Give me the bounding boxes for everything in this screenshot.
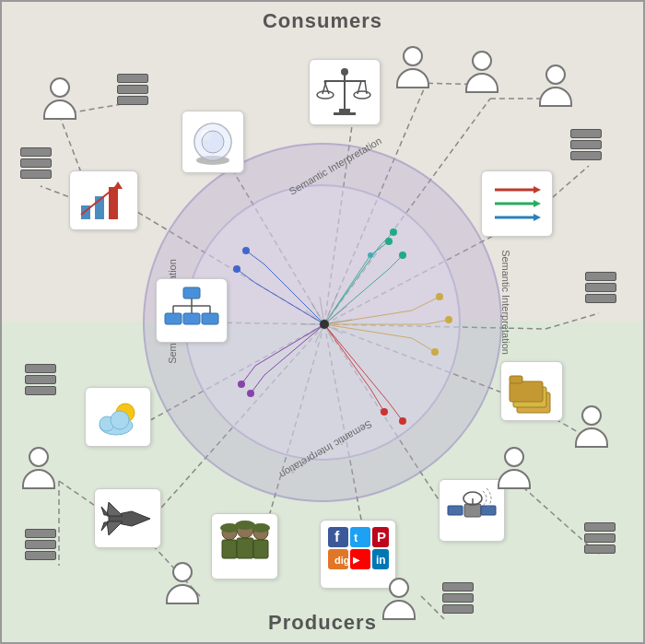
svg-marker-107 — [534, 214, 541, 221]
server-bottom-right — [584, 522, 616, 556]
svg-rect-147 — [464, 504, 481, 517]
svg-rect-131 — [253, 540, 268, 558]
svg-line-51 — [370, 389, 384, 412]
person-right — [575, 405, 608, 448]
svg-point-98 — [354, 91, 370, 99]
svg-rect-155 — [510, 376, 522, 383]
svg-point-39 — [368, 252, 373, 258]
svg-rect-154 — [510, 381, 543, 402]
svg-text:in: in — [376, 554, 386, 567]
person-bottom-1 — [166, 562, 199, 604]
weather-icon-box — [85, 387, 151, 447]
svg-text:P: P — [377, 529, 386, 544]
svg-point-53 — [381, 408, 388, 416]
producers-label: Producers — [268, 611, 377, 635]
svg-point-60 — [233, 265, 240, 273]
svg-line-25 — [421, 596, 444, 619]
svg-text:t: t — [354, 531, 358, 544]
svg-point-99 — [341, 68, 348, 76]
satellite-icon-box — [439, 479, 505, 542]
person-top-3 — [539, 64, 572, 107]
svg-rect-148 — [448, 506, 463, 515]
server-right-2 — [585, 272, 616, 305]
svg-rect-127 — [222, 540, 237, 558]
svg-text:▶: ▶ — [353, 555, 360, 565]
server-left-1 — [20, 147, 52, 181]
person-bottom-left — [22, 447, 55, 489]
svg-line-62 — [255, 324, 324, 366]
svg-line-28 — [545, 313, 599, 329]
svg-line-43 — [412, 297, 440, 310]
svg-line-61 — [264, 324, 324, 375]
server-right-1 — [570, 129, 602, 162]
svg-point-54 — [399, 417, 406, 425]
svg-point-95 — [317, 91, 334, 99]
main-diagram: .dash-line { stroke: #888; stroke-width:… — [0, 0, 645, 644]
svg-point-47 — [445, 316, 452, 323]
svg-rect-116 — [202, 313, 218, 324]
semantic-label-right: Semantic Interpretation — [500, 250, 511, 355]
hierarchy-icon-box — [156, 278, 228, 343]
svg-rect-129 — [237, 538, 253, 558]
svg-point-46 — [436, 293, 443, 300]
server-top-1 — [117, 74, 148, 107]
svg-rect-108 — [183, 287, 200, 299]
person-bottom-2 — [382, 578, 416, 620]
svg-line-50 — [324, 324, 389, 403]
network-graph — [191, 191, 458, 458]
svg-line-56 — [255, 283, 324, 324]
svg-marker-85 — [113, 181, 123, 189]
svg-point-80 — [320, 320, 329, 329]
svg-rect-115 — [183, 313, 200, 324]
svg-rect-100 — [339, 109, 350, 112]
svg-point-59 — [242, 247, 250, 254]
svg-point-36 — [385, 238, 393, 245]
svg-point-66 — [238, 381, 245, 388]
svg-marker-105 — [534, 200, 541, 207]
svg-line-42 — [324, 324, 412, 338]
svg-marker-122 — [107, 502, 123, 516]
svg-line-45 — [412, 338, 435, 352]
svg-point-48 — [431, 348, 439, 356]
svg-marker-123 — [107, 521, 123, 535]
jet-icon-box — [94, 488, 161, 548]
person-bottom-3 — [498, 447, 531, 489]
server-bottom-center — [442, 582, 474, 615]
svg-point-134 — [252, 523, 270, 533]
server-left-2 — [25, 364, 56, 397]
svg-marker-103 — [534, 186, 541, 193]
svg-line-49 — [324, 324, 370, 389]
svg-point-120 — [111, 411, 129, 429]
crystal-ball-icon-box — [182, 111, 244, 173]
person-top-left — [43, 77, 76, 120]
chart-icon-box — [69, 170, 138, 230]
data-layers-icon-box — [500, 361, 563, 421]
svg-point-38 — [390, 228, 397, 236]
svg-point-37 — [399, 252, 406, 259]
server-bottom-left — [25, 529, 56, 562]
svg-rect-149 — [481, 506, 496, 515]
person-top-2 — [465, 51, 498, 93]
balance-icon-box — [309, 59, 381, 125]
flow-lines-icon-box — [481, 170, 553, 237]
svg-line-55 — [264, 264, 324, 324]
person-top-1 — [396, 46, 429, 88]
svg-rect-101 — [334, 112, 356, 115]
svg-point-65 — [247, 390, 254, 397]
military-icon-box — [211, 513, 278, 580]
consumers-label: Consumers — [263, 9, 382, 33]
svg-point-90 — [202, 131, 224, 153]
svg-text:f: f — [334, 529, 340, 544]
svg-rect-114 — [165, 313, 182, 324]
